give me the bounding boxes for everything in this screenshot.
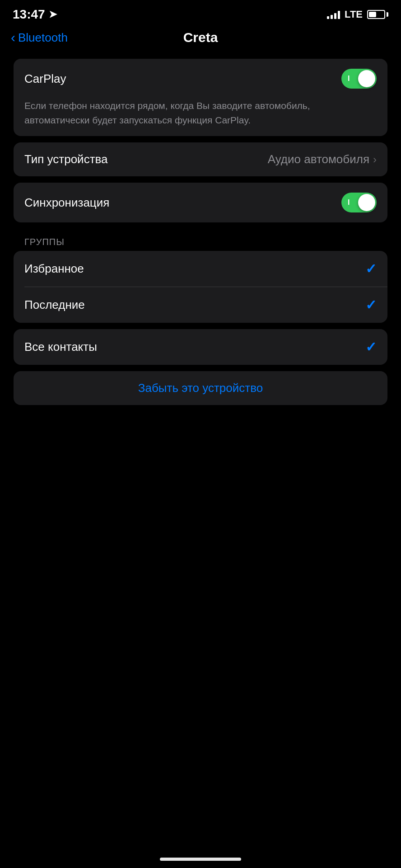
carplay-card: CarPlay I Если телефон находится рядом, … [14,59,387,136]
all-contacts-row[interactable]: Все контакты ✓ [14,329,387,365]
signal-bar-3 [334,13,336,19]
battery-indicator [367,10,388,19]
device-type-row[interactable]: Тип устройства Аудио автомобиля › [14,142,387,176]
all-contacts-label: Все контакты [24,340,97,354]
toggle-i-label: I [348,75,350,82]
sync-toggle[interactable]: I [341,193,377,212]
home-indicator [160,858,241,861]
all-contacts-card: Все контакты ✓ [14,329,387,365]
favorites-checkmark: ✓ [365,261,377,277]
carplay-toggle[interactable]: I [341,69,377,89]
carplay-row: CarPlay I [14,59,387,99]
time-label: 13:47 [13,7,45,22]
sync-label: Синхронизация [24,196,109,210]
recents-checkmark: ✓ [365,297,377,313]
sync-row: Синхронизация I [14,183,387,222]
back-button[interactable]: ‹ Bluetooth [11,31,68,45]
content: CarPlay I Если телефон находится рядом, … [0,54,401,429]
recents-label: Последние [24,298,85,312]
recents-row[interactable]: Последние ✓ [14,287,387,323]
device-type-card: Тип устройства Аудио автомобиля › [14,142,387,176]
location-icon: ➤ [49,9,57,20]
chevron-right-icon: › [373,153,377,166]
carplay-label: CarPlay [24,72,66,86]
sync-toggle-i-label: I [348,199,350,206]
status-right: LTE [327,9,388,20]
device-type-label: Тип устройства [24,152,108,166]
toggle-knob [358,70,375,87]
status-bar: 13:47 ➤ LTE [0,0,401,25]
page-title: Creta [183,30,218,45]
groups-card: Избранное ✓ Последние ✓ [14,251,387,323]
battery-tip [387,12,388,17]
carplay-description: Если телефон находится рядом, когда Вы з… [14,99,387,136]
signal-bars [327,10,340,19]
all-contacts-checkmark: ✓ [365,339,377,355]
forget-device-card: Забыть это устройство [14,371,387,405]
battery-body [367,10,385,19]
signal-bar-4 [338,11,340,19]
signal-bar-2 [331,15,333,19]
favorites-row[interactable]: Избранное ✓ [14,251,387,287]
back-label: Bluetooth [18,31,68,45]
signal-bar-1 [327,16,329,19]
forget-row[interactable]: Забыть это устройство [14,371,387,405]
device-type-text: Аудио автомобиля [268,152,369,166]
forget-label: Забыть это устройство [138,381,263,395]
nav-header: ‹ Bluetooth Creta [0,25,401,54]
groups-section-label: ГРУППЫ [14,229,387,251]
lte-label: LTE [345,9,363,20]
favorites-label: Избранное [24,262,84,276]
status-time: 13:47 ➤ [13,7,57,22]
back-chevron-icon: ‹ [11,31,15,44]
sync-card: Синхронизация I [14,183,387,222]
sync-toggle-knob [358,194,375,211]
battery-fill [369,12,376,17]
device-type-value: Аудио автомобиля › [268,152,377,166]
